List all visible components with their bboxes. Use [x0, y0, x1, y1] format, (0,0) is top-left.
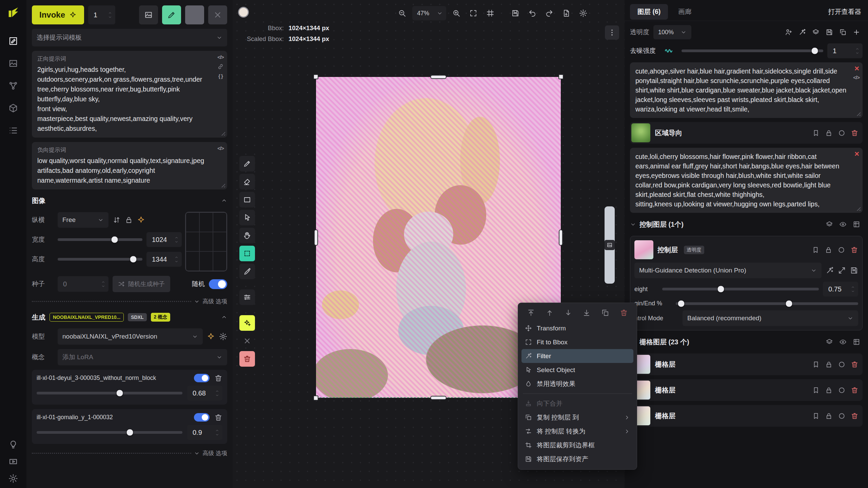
toggle-visibility-button[interactable] [837, 336, 849, 348]
undo-button[interactable] [526, 6, 539, 20]
merge-layers-button[interactable] [810, 26, 822, 38]
control-layers-header[interactable]: 控制图层 (1个) [630, 217, 863, 232]
menu-item-crop-to-bbox[interactable]: 将图层裁剪到边界框 [521, 438, 633, 452]
lora-weight-input[interactable]: 0.68 [187, 386, 222, 401]
nav-workflows-button[interactable] [8, 81, 18, 91]
nav-canvas-button[interactable] [8, 36, 18, 46]
lock-icon[interactable] [825, 361, 833, 368]
canvas-settings-button[interactable] [576, 6, 590, 20]
chevron-up-icon[interactable] [855, 47, 860, 51]
menu-button[interactable] [185, 5, 204, 24]
lora-weight-slider[interactable] [37, 392, 182, 394]
begin-thumb[interactable] [678, 300, 685, 307]
help-button[interactable] [8, 440, 18, 449]
delete-layer-button[interactable] [239, 351, 255, 367]
tool-settings-button[interactable] [239, 289, 255, 305]
chevron-down-icon[interactable] [174, 260, 179, 263]
chevron-down-icon[interactable] [215, 393, 220, 397]
generate-region-button[interactable] [239, 315, 255, 331]
group-layers-button[interactable] [823, 218, 835, 230]
trash-icon[interactable] [851, 412, 859, 420]
save-canvas-button[interactable] [509, 6, 522, 20]
raster-layer-row[interactable]: 栅格层 [630, 405, 863, 427]
menu-item-convert-to[interactable]: 将 控制层 转换为 [521, 424, 633, 438]
fit-to-view-button[interactable] [467, 6, 480, 20]
lock-icon[interactable] [825, 129, 833, 137]
group-layers-button[interactable] [823, 336, 835, 348]
random-seed-toggle[interactable] [209, 279, 227, 289]
nav-gallery-button[interactable] [8, 58, 18, 68]
trash-icon[interactable] [851, 386, 859, 394]
bbox-handle-w[interactable] [314, 229, 318, 246]
raster-layer-row[interactable]: 栅格层 [630, 379, 863, 401]
queue-steppers[interactable] [107, 11, 113, 19]
canvas-menu-button[interactable] [605, 25, 619, 40]
toggle-visibility-button[interactable] [837, 218, 849, 230]
chevron-up-icon[interactable] [850, 285, 855, 289]
optimize-size-icon[interactable] [137, 216, 145, 224]
lora-enabled-toggle[interactable] [194, 374, 210, 382]
settings-button[interactable] [8, 474, 18, 483]
code-icon[interactable]: </> [217, 54, 224, 60]
chevron-up-icon[interactable] [174, 236, 179, 240]
move-forward-button[interactable] [542, 307, 557, 319]
link-icon[interactable] [217, 63, 224, 70]
model-sparkle-icon[interactable] [207, 332, 215, 341]
height-input[interactable]: 1344 [146, 252, 182, 267]
control-model-select[interactable]: Multi-Guidance Detection (Union Pro) [634, 263, 822, 278]
chevron-down-icon[interactable] [855, 51, 860, 55]
invoke-logo-icon[interactable] [5, 5, 21, 20]
lock-icon[interactable] [825, 412, 833, 420]
duplicate-layer-button[interactable] [837, 26, 849, 38]
menu-item-fit-to-bbox[interactable]: Fit to Bbox [521, 335, 633, 349]
zoom-out-button[interactable] [395, 6, 409, 20]
code-icon[interactable]: </> [217, 145, 224, 151]
menu-item-select-object[interactable]: Select Object [521, 363, 633, 377]
bbox-handle-nw[interactable] [313, 74, 318, 79]
weight-slider[interactable] [662, 288, 819, 290]
bookmark-icon[interactable] [812, 361, 820, 368]
zoom-select[interactable]: 47% [412, 6, 446, 20]
opacity-badge[interactable]: 透明度 [684, 246, 704, 254]
random-seed-button[interactable]: 随机生成种子 [113, 276, 170, 292]
layer-options-button[interactable] [850, 336, 863, 348]
bookmark-icon[interactable] [812, 129, 820, 137]
visibility-circle-icon[interactable] [838, 412, 846, 420]
color-swatch[interactable] [238, 7, 249, 18]
trash-icon[interactable] [850, 246, 858, 254]
expand-icon[interactable] [838, 266, 846, 274]
menu-item-filter[interactable]: Filter [521, 349, 633, 363]
remove-prompt-button[interactable]: × [854, 64, 859, 73]
menu-item-save-to-assets[interactable]: 将图层保存到资产 [521, 452, 633, 466]
eraser-tool-button[interactable] [239, 174, 255, 189]
duplicate-layer-button[interactable] [598, 307, 613, 319]
trash-icon[interactable] [851, 361, 859, 368]
nav-queue-button[interactable] [8, 125, 18, 136]
queue-count-stepper[interactable]: 1 [88, 5, 115, 24]
send-to-gallery-button[interactable] [139, 5, 158, 24]
denoise-input[interactable]: 1 [827, 43, 863, 58]
save-icon[interactable] [850, 266, 858, 274]
cancel-selection-button[interactable] [239, 333, 255, 349]
bbox-handle-n[interactable] [430, 75, 447, 79]
tab-layers[interactable]: 图层 (6) [630, 4, 668, 20]
regional-prompt-text[interactable]: cute,ahoge,silver hair,blue hair,gradien… [635, 66, 857, 114]
trash-icon[interactable] [214, 374, 222, 382]
swap-dimensions-icon[interactable] [113, 216, 121, 224]
menu-item-transform[interactable]: Transform [521, 321, 633, 335]
begin-end-slider[interactable] [676, 302, 858, 305]
trash-icon[interactable] [214, 413, 222, 422]
negative-prompt-box[interactable]: 负向提示词 </> low quality,worst quality,norm… [32, 142, 227, 189]
code-icon[interactable]: </> [853, 75, 860, 80]
open-viewer-button[interactable]: 打开查看器 [827, 7, 863, 16]
denoise-curve-icon[interactable] [660, 46, 677, 55]
positive-prompt-box[interactable]: 正向提示词 </> { } 2girls,yuri,hug,heads toge… [32, 51, 227, 138]
positive-prompt-text[interactable]: 2girls,yuri,hug,heads together, outdoors… [37, 65, 222, 134]
delete-layer-button[interactable] [616, 307, 631, 319]
bbox-handle-sw[interactable] [313, 395, 318, 401]
lock-icon[interactable] [825, 386, 833, 394]
tab-gallery[interactable]: 画廊 [671, 4, 699, 20]
bookmark-icon[interactable] [812, 412, 820, 420]
end-thumb[interactable] [785, 300, 792, 307]
visibility-circle-icon[interactable] [837, 246, 845, 254]
